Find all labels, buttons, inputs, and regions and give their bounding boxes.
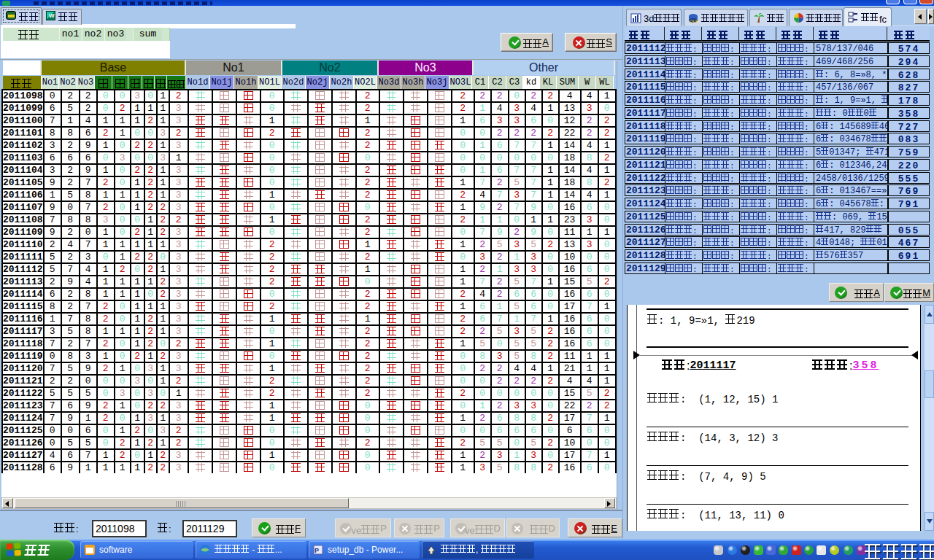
svg-text:P: P: [314, 547, 319, 554]
svg-text:OLE: OLE: [690, 19, 698, 23]
